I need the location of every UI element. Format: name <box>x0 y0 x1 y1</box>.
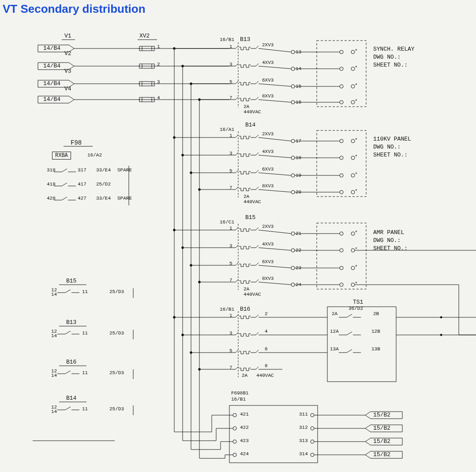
f98l-r3: 313 <box>299 438 308 443</box>
f98l-ref: 16/B1 <box>231 397 246 402</box>
b14-x4: 8XV3 <box>262 183 274 189</box>
b15-x1: 2XV3 <box>262 224 274 229</box>
b13-sh: SHEET NO.: <box>373 62 408 68</box>
b13-t4: 16 <box>296 100 301 105</box>
b15-t4: 24 <box>296 282 301 287</box>
svg-point-62 <box>291 190 295 194</box>
b13-l3: 5 <box>229 79 232 85</box>
svg-point-132 <box>233 427 236 430</box>
svg-point-88 <box>291 232 295 235</box>
b15-l1: 1 <box>229 226 232 231</box>
ts1-id: TS1 <box>353 299 363 305</box>
block-B15 <box>173 223 476 335</box>
svg-point-44 <box>351 85 355 88</box>
svg-line-64 <box>259 155 291 158</box>
svg-point-135 <box>311 413 314 417</box>
out1: 15/B2 <box>373 412 390 418</box>
b16-r1: 2 <box>265 311 268 316</box>
svg-point-40 <box>351 50 355 54</box>
ts1-r1: 2B <box>373 311 379 316</box>
b14-ra: 2A 440VAC <box>244 194 261 204</box>
f98-r2: 417 <box>78 182 86 187</box>
b14-t1: 17 <box>296 138 301 144</box>
mb2-l2: 14 <box>51 373 57 378</box>
mb1-l2: 14 <box>51 333 57 338</box>
b15-l2: 3 <box>229 243 232 249</box>
b15-t3: 23 <box>296 265 301 271</box>
f98-s3: SPARE <box>117 196 132 201</box>
mb0-id: B15 <box>66 278 76 284</box>
b16-l4: 7 <box>229 365 232 370</box>
svg-point-131 <box>233 413 236 417</box>
svg-point-103 <box>340 283 343 286</box>
f98-n1: 33/E4 <box>96 167 111 173</box>
svg-point-46 <box>351 100 355 104</box>
v4: V4 <box>64 85 71 92</box>
ref1: 14/B4 <box>43 45 60 52</box>
svg-point-31 <box>291 67 295 71</box>
t3: 3 <box>157 79 160 85</box>
b14-x1: 2XV3 <box>262 131 274 137</box>
b16-id: B16 <box>240 306 250 312</box>
svg-point-70 <box>340 156 343 160</box>
ts1-l3: 13A <box>330 346 339 352</box>
svg-line-36 <box>259 84 291 86</box>
svg-point-59 <box>291 139 295 143</box>
svg-point-60 <box>291 156 295 160</box>
v3: V3 <box>64 68 71 74</box>
ts1-ref: 36/D2 <box>349 306 363 311</box>
b15-x2: 4XV3 <box>262 242 274 247</box>
mb0-l2: 14 <box>51 292 57 297</box>
svg-point-41 <box>340 67 343 71</box>
b14-l3: 5 <box>229 168 232 174</box>
svg-point-73 <box>351 174 355 177</box>
ref4: 14/B4 <box>43 96 60 103</box>
b16-l3: 5 <box>229 348 232 353</box>
mb3-id: B14 <box>66 395 76 401</box>
f98-l3: 428 <box>47 196 56 201</box>
f98-lower <box>174 405 402 463</box>
ts1-r2: 12B <box>371 329 380 334</box>
svg-point-89 <box>291 249 295 252</box>
f98l-id: F698B1 <box>231 390 249 396</box>
b13-dwg: DWG NO.: <box>373 54 401 60</box>
svg-point-138 <box>311 453 314 457</box>
svg-point-74 <box>340 190 343 194</box>
b16-l2: 3 <box>229 331 232 336</box>
b14-x3: 6XV3 <box>262 167 274 172</box>
f98l-l2: 422 <box>240 425 249 430</box>
svg-line-95 <box>259 282 291 285</box>
b16-l1: 1 <box>229 313 232 318</box>
svg-point-33 <box>291 100 295 104</box>
svg-point-91 <box>291 283 295 286</box>
b15-ref: 16/C1 <box>220 219 234 225</box>
svg-line-34 <box>259 48 291 52</box>
svg-point-99 <box>340 249 343 252</box>
svg-line-93 <box>259 248 291 250</box>
out3: 15/B2 <box>373 438 390 445</box>
f98-ref: 16/A2 <box>87 152 102 158</box>
ref3: 14/B4 <box>43 80 60 87</box>
mb2-id: B16 <box>66 359 76 365</box>
svg-point-61 <box>291 174 295 177</box>
b15-id: B15 <box>245 214 255 221</box>
f98-n2: 25/D2 <box>96 182 111 187</box>
v2: V2 <box>64 50 71 57</box>
mb1-n: 25/D3 <box>109 331 124 336</box>
out4: 15/B2 <box>373 451 390 458</box>
svg-line-35 <box>259 66 291 69</box>
b15-sh: SHEET NO.: <box>373 245 408 252</box>
b15-x4: 8XV3 <box>262 276 274 281</box>
svg-line-92 <box>259 230 291 234</box>
svg-point-90 <box>291 266 295 270</box>
svg-line-94 <box>259 265 291 268</box>
rxba-box: RXBA <box>52 152 71 160</box>
mb0-n: 25/D3 <box>109 289 124 294</box>
b14-dwg: DWG NO.: <box>373 144 401 150</box>
b13-x3: 6XV3 <box>262 78 274 83</box>
f98-r3: 427 <box>78 196 86 201</box>
f98l-l1: 421 <box>240 412 249 417</box>
b13-x4: 8XV3 <box>262 93 274 99</box>
b14-dest: 110KV PANEL <box>373 136 411 142</box>
b13-x2: 4XV3 <box>262 60 274 65</box>
